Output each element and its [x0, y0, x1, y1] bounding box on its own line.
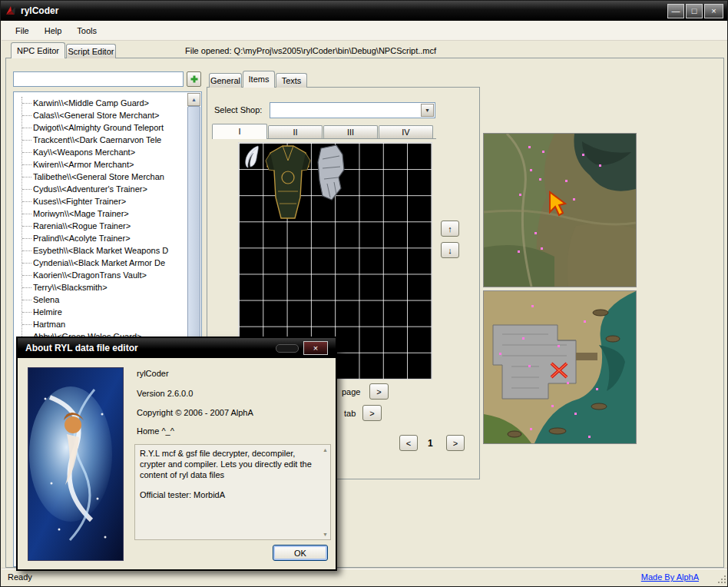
tree-item[interactable]: Karwin\\<Middle Camp Guard> [15, 97, 187, 109]
ok-button-label: OK [294, 549, 306, 558]
item-gauntlet[interactable] [313, 144, 347, 204]
move-down-button[interactable]: ↓ [441, 242, 459, 258]
menu-tools[interactable]: Tools [69, 24, 104, 38]
up-arrow-icon: ↑ [448, 224, 452, 234]
world-map-overview[interactable] [483, 133, 637, 287]
tree-item[interactable]: Kuses\\<Fighter Trainer> [15, 195, 187, 207]
page-label: page [342, 387, 360, 396]
prev-page-button[interactable]: < [399, 435, 418, 451]
maximize-button[interactable]: □ [686, 4, 703, 18]
tree-item[interactable]: Cydus\\<Adventurer's Trainer> [15, 183, 187, 195]
about-description: R.Y.L mcf & gsf file decrypter, decompil… [140, 448, 316, 480]
scroll-down-icon[interactable]: ▼ [323, 532, 328, 537]
resize-grip[interactable] [716, 574, 726, 584]
search-add-button[interactable] [187, 71, 201, 87]
shop-combobox[interactable]: ▼ [270, 102, 435, 118]
about-app-name: rylCoder [137, 369, 169, 378]
item-white-wing[interactable] [241, 145, 263, 170]
shop-tab-3[interactable]: III [323, 125, 378, 138]
tree-item[interactable]: Dwigot\\<Almighty Ground Teleport [15, 121, 187, 134]
tab-general[interactable]: General [209, 73, 242, 88]
tree-item[interactable]: Kaorien\\<DragonTrans Vault> [15, 269, 187, 281]
ok-button[interactable]: OK [273, 545, 328, 561]
tree-item[interactable]: Kwiren\\<Armor Merchant> [15, 158, 187, 171]
chevron-right-icon: > [376, 387, 381, 396]
dialog-minimize-button[interactable] [276, 344, 299, 353]
shop-tab-1[interactable]: I [212, 124, 267, 139]
menu-help[interactable]: Help [37, 24, 70, 38]
tree-item[interactable]: Rarenia\\<Rogue Trainer> [15, 220, 187, 232]
tab-npc-editor[interactable]: NPC Editor [11, 42, 65, 58]
tree-item[interactable]: Esybeth\\<Black Market Weapons D [15, 244, 187, 257]
tree-item[interactable]: Moriwyn\\<Mage Trainer> [15, 207, 187, 220]
about-tester: Official tester: MorbidA [140, 489, 316, 500]
tab-texts[interactable]: Texts [276, 73, 307, 88]
tree-item[interactable]: Trackcent\\<Dark Caernarvon Tele [15, 134, 187, 146]
window-title: rylCoder [21, 5, 666, 16]
tab-label: tab [344, 409, 356, 418]
tree-item[interactable]: Pralind\\<Acolyte Trainer> [15, 232, 187, 244]
tree-item[interactable]: Kay\\<Weapons Merchant> [15, 146, 187, 158]
dialog-close-button[interactable]: × [303, 341, 328, 355]
scroll-up-icon[interactable]: ▲ [187, 93, 200, 106]
file-opened-label: File opened: Q:\myProj\vs2005\rylCoder\b… [185, 46, 436, 55]
about-dialog-titlebar: About RYL data file editor × [18, 338, 336, 358]
tree-item[interactable]: Hartman [15, 318, 187, 330]
copy-tab-button[interactable]: > [362, 405, 382, 421]
npc-search-input[interactable] [13, 71, 184, 87]
item-plate-armor[interactable] [264, 144, 312, 222]
current-page-number: 1 [428, 438, 433, 449]
status-text: Ready [8, 572, 32, 582]
scroll-up-icon[interactable]: ▲ [323, 447, 328, 453]
app-logo-icon [5, 5, 17, 17]
tree-item[interactable]: Talibethe\\<General Store Merchan [15, 171, 187, 183]
about-dialog: About RYL data file editor × [16, 337, 337, 571]
chevron-right-icon: > [453, 439, 458, 448]
shop-tab-2[interactable]: II [268, 125, 323, 138]
down-arrow-icon: ↓ [448, 246, 452, 255]
about-dialog-title: About RYL data file editor [25, 343, 276, 353]
about-copyright: Copyright © 2006 - 2007 AlphA [137, 408, 253, 417]
tree-item[interactable]: Calas\\<General Store Merchant> [15, 109, 187, 121]
copy-page-button[interactable]: > [369, 383, 389, 400]
about-description-box: R.Y.L mcf & gsf file decrypter, decompil… [134, 444, 331, 540]
plus-icon [190, 76, 197, 83]
tab-items[interactable]: Items [243, 71, 275, 88]
tree-item[interactable]: Terry\\<Blacksmith> [15, 281, 187, 294]
about-version: Version 2.6.0.0 [137, 389, 193, 398]
close-button[interactable]: × [704, 4, 723, 18]
about-artwork-image [28, 367, 124, 561]
select-shop-label: Select Shop: [214, 105, 262, 114]
next-page-button[interactable]: > [446, 435, 465, 451]
made-by-link[interactable]: Made By AlphA [641, 572, 699, 582]
minimize-button[interactable]: — [667, 4, 684, 18]
app-window: rylCoder — □ × File Help Tools NPC Edito… [0, 0, 728, 587]
combo-arrow-icon[interactable]: ▼ [421, 104, 434, 117]
tab-script-editor[interactable]: Script Editor [66, 44, 116, 58]
shop-tab-4[interactable]: IV [379, 125, 433, 138]
tree-item[interactable]: Helmire [15, 306, 187, 318]
menu-file[interactable]: File [8, 24, 37, 38]
menubar: File Help Tools [2, 21, 728, 41]
tree-item[interactable]: Selena [15, 294, 187, 306]
town-map-detail[interactable] [483, 290, 637, 444]
chevron-left-icon: < [406, 439, 411, 448]
about-home-link[interactable]: Home ^_^ [137, 426, 174, 436]
titlebar: rylCoder — □ × [1, 1, 727, 21]
tree-item[interactable]: Cyndenia\\<Black Market Armor De [15, 257, 187, 269]
move-up-button[interactable]: ↑ [441, 221, 459, 237]
chevron-right-icon: > [369, 409, 374, 418]
